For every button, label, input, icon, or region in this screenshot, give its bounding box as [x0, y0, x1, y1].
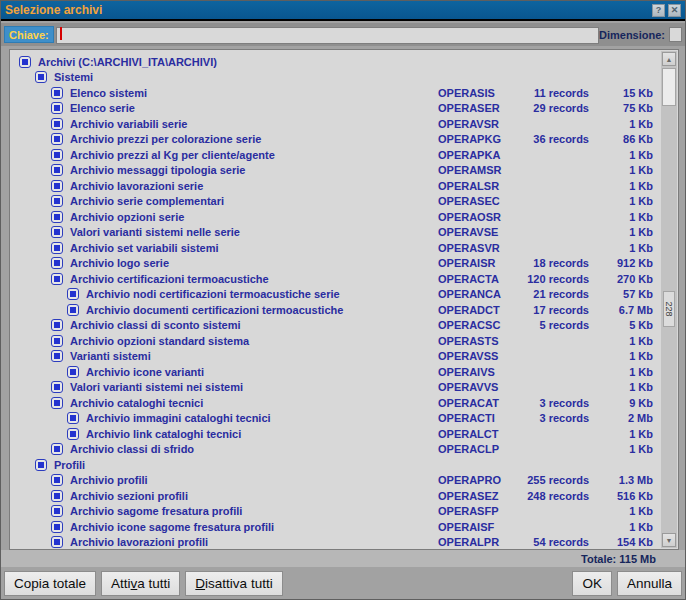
- tree-row-size: 1 Kb: [629, 335, 653, 347]
- tree-row[interactable]: Archivio sezioni profiliOPERASEZ248 reco…: [11, 488, 661, 504]
- copy-total-button[interactable]: Copia totale: [4, 571, 96, 596]
- checkbox-icon[interactable]: [51, 164, 63, 176]
- tree-row[interactable]: Archivio logo serieOPERAISR18 records912…: [11, 256, 661, 272]
- tree-row[interactable]: Archivio set variabili sistemiOPERASVR1 …: [11, 240, 661, 256]
- checkbox-icon[interactable]: [51, 350, 63, 362]
- checkbox-icon[interactable]: [51, 242, 63, 254]
- activate-all-button[interactable]: Attiva tutti: [101, 571, 180, 596]
- scrollbar-count-badge: 228: [663, 291, 675, 327]
- checkbox-icon[interactable]: [51, 180, 63, 192]
- checkbox-checked-mark: [54, 90, 60, 96]
- help-button[interactable]: ?: [652, 4, 665, 17]
- tree-row[interactable]: Archivio lavorazioni serieOPERALSR1 Kb: [11, 178, 661, 194]
- tree-row[interactable]: Elenco sistemiOPERASIS11 records15 Kb: [11, 85, 661, 101]
- checkbox-icon[interactable]: [51, 257, 63, 269]
- tree-row-label: Archivio profili: [70, 474, 148, 486]
- tree-row[interactable]: Profili: [11, 457, 661, 473]
- checkbox-icon[interactable]: [51, 118, 63, 130]
- tree-row[interactable]: Archivi (C:\ARCHIVI_ITA\ARCHIVI): [11, 54, 661, 70]
- checkbox-icon[interactable]: [51, 381, 63, 393]
- tree-row[interactable]: Valori varianti sistemi nelle serieOPERA…: [11, 225, 661, 241]
- tree-row[interactable]: Archivio profiliOPERAPRO255 records1.3 M…: [11, 473, 661, 489]
- tree-row[interactable]: Archivio classi di sfridoOPERACLP1 Kb: [11, 442, 661, 458]
- tree-row[interactable]: Varianti sistemiOPERAVSS1 Kb: [11, 349, 661, 365]
- checkbox-icon[interactable]: [51, 490, 63, 502]
- size-input[interactable]: [669, 27, 682, 42]
- checkbox-icon[interactable]: [67, 412, 79, 424]
- checkbox-icon[interactable]: [51, 397, 63, 409]
- checkbox-checked-mark: [54, 384, 60, 390]
- tree-row-code: OPERASIS: [438, 87, 495, 99]
- checkbox-icon[interactable]: [67, 366, 79, 378]
- tree-row[interactable]: Archivio link cataloghi tecniciOPERALCT1…: [11, 426, 661, 442]
- checkbox-icon[interactable]: [51, 87, 63, 99]
- tree-row[interactable]: Archivio documenti certificazioni termoa…: [11, 302, 661, 318]
- tree-row[interactable]: Sistemi: [11, 70, 661, 86]
- checkbox-icon[interactable]: [51, 536, 63, 548]
- tree-row-size: 57 Kb: [623, 288, 653, 300]
- archive-panel: Archivi (C:\ARCHIVI_ITA\ARCHIVI)SistemiE…: [9, 49, 679, 550]
- tree-row[interactable]: Valori varianti sistemi nei sistemiOPERA…: [11, 380, 661, 396]
- tree-row-records: 255 records: [527, 474, 589, 486]
- tree-row[interactable]: Archivio opzioni standard sistemaOPERAST…: [11, 333, 661, 349]
- tree-row[interactable]: Archivio certificazioni termoacusticheOP…: [11, 271, 661, 287]
- tree-row[interactable]: Archivio icone variantiOPERAIVS1 Kb: [11, 364, 661, 380]
- checkbox-icon[interactable]: [51, 474, 63, 486]
- checkbox-checked-mark: [38, 462, 44, 468]
- ok-button[interactable]: OK: [572, 571, 612, 596]
- deactivate-all-button[interactable]: Disattiva tutti: [185, 571, 282, 596]
- checkbox-icon[interactable]: [67, 288, 79, 300]
- tree-row[interactable]: Archivio immagini cataloghi tecniciOPERA…: [11, 411, 661, 427]
- tree-row[interactable]: Archivio cataloghi tecniciOPERACAT3 reco…: [11, 395, 661, 411]
- checkbox-icon[interactable]: [51, 195, 63, 207]
- tree-row[interactable]: Archivio variabili serieOPERAVSR1 Kb: [11, 116, 661, 132]
- checkbox-icon[interactable]: [51, 335, 63, 347]
- tree-row[interactable]: Archivio serie complementariOPERASEC1 Kb: [11, 194, 661, 210]
- tree-row[interactable]: Archivio sagome fresatura profiliOPERASF…: [11, 504, 661, 520]
- tree-row-code: OPERASEZ: [438, 490, 499, 502]
- checkbox-icon[interactable]: [51, 505, 63, 517]
- checkbox-icon[interactable]: [51, 443, 63, 455]
- cancel-button[interactable]: Annulla: [617, 571, 682, 596]
- tree-row[interactable]: Archivio prezzi al Kg per cliente/agente…: [11, 147, 661, 163]
- vertical-scrollbar[interactable]: ▲ 228 ▼: [661, 51, 677, 548]
- scrollbar-thumb[interactable]: [662, 68, 676, 106]
- tree-row[interactable]: Archivio messaggi tipologia serieOPERAMS…: [11, 163, 661, 179]
- close-icon[interactable]: ✕: [668, 4, 681, 17]
- checkbox-icon[interactable]: [51, 521, 63, 533]
- checkbox-checked-mark: [54, 524, 60, 530]
- scroll-up-icon[interactable]: ▲: [662, 52, 676, 66]
- tree-row[interactable]: Archivio opzioni serieOPERAOSR1 Kb: [11, 209, 661, 225]
- checkbox-icon[interactable]: [35, 71, 47, 83]
- checkbox-icon[interactable]: [51, 133, 63, 145]
- key-input[interactable]: [56, 27, 599, 44]
- checkbox-icon[interactable]: [19, 56, 31, 68]
- tree-row-code: OPERASER: [438, 102, 500, 114]
- checkbox-icon[interactable]: [67, 428, 79, 440]
- checkbox-icon[interactable]: [35, 459, 47, 471]
- tree-row-size: 1 Kb: [629, 242, 653, 254]
- tree-row[interactable]: Archivio classi di sconto sistemiOPERACS…: [11, 318, 661, 334]
- checkbox-icon[interactable]: [51, 273, 63, 285]
- tree-row[interactable]: Archivio icone sagome fresatura profiliO…: [11, 519, 661, 535]
- tree-row-code: OPERAIVS: [438, 366, 495, 378]
- tree-row[interactable]: Elenco serieOPERASER29 records75 Kb: [11, 101, 661, 117]
- scroll-down-icon[interactable]: ▼: [662, 533, 676, 547]
- tree-row-code: OPERALSR: [438, 180, 499, 192]
- tree-row-size: 1 Kb: [629, 118, 653, 130]
- checkbox-icon[interactable]: [51, 149, 63, 161]
- tree-row-code: OPERAVSE: [438, 226, 498, 238]
- tree-row-label: Archivio icone sagome fresatura profili: [70, 521, 274, 533]
- tree-row[interactable]: Archivio prezzi per colorazione serieOPE…: [11, 132, 661, 148]
- checkbox-icon[interactable]: [51, 102, 63, 114]
- checkbox-checked-mark: [54, 477, 60, 483]
- tree-row-label: Archivio prezzi per colorazione serie: [70, 133, 261, 145]
- tree-row[interactable]: Archivio nodi certificazioni termoacusti…: [11, 287, 661, 303]
- tree-row[interactable]: Archivio lavorazioni profiliOPERALPR54 r…: [11, 535, 661, 549]
- tree-row-size: 75 Kb: [623, 102, 653, 114]
- checkbox-icon[interactable]: [51, 319, 63, 331]
- checkbox-icon[interactable]: [51, 226, 63, 238]
- checkbox-icon[interactable]: [51, 211, 63, 223]
- checkbox-icon[interactable]: [67, 304, 79, 316]
- checkbox-checked-mark: [70, 431, 76, 437]
